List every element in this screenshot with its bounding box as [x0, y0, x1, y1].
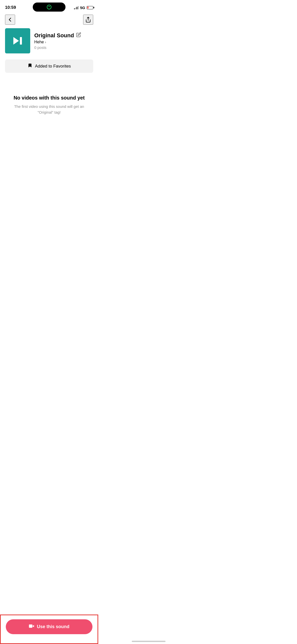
edit-icon[interactable]	[76, 32, 81, 39]
empty-state: No videos with this sound yet The first …	[0, 75, 98, 125]
signal-bars	[74, 6, 79, 9]
share-button[interactable]	[83, 15, 93, 25]
sound-title-row: Original Sound	[34, 32, 81, 39]
signal-bar-1	[74, 8, 75, 9]
battery	[87, 6, 93, 9]
svg-marker-3	[13, 37, 19, 45]
svg-rect-4	[20, 37, 22, 45]
bookmark-icon	[27, 63, 32, 69]
empty-state-subtitle: The first video using this sound will ge…	[10, 104, 88, 115]
signal-bar-2	[75, 8, 76, 9]
sound-header: Original Sound Hehe › 0 posts	[0, 26, 98, 57]
status-time: 10:59	[5, 5, 16, 10]
svg-point-1	[49, 6, 50, 7]
dynamic-island	[33, 3, 65, 12]
favorites-button[interactable]: Added to Favorites	[5, 59, 93, 73]
nav-bar	[0, 13, 98, 26]
svg-point-0	[47, 5, 51, 9]
sound-thumbnail	[5, 28, 30, 53]
signal-bar-3	[77, 7, 77, 9]
favorites-label: Added to Favorites	[35, 64, 71, 69]
back-button[interactable]	[5, 15, 15, 25]
sound-author[interactable]: Hehe ›	[34, 40, 81, 44]
network-label: 5G	[80, 6, 85, 10]
empty-state-title: No videos with this sound yet	[14, 95, 85, 101]
sound-info: Original Sound Hehe › 0 posts	[34, 32, 81, 50]
sound-posts: 0 posts	[34, 45, 81, 50]
sound-author-name: Hehe	[34, 40, 44, 44]
status-right: 5G	[74, 6, 93, 10]
skip-forward-icon	[11, 35, 24, 47]
battery-icon	[87, 6, 93, 9]
signal-bar-4	[78, 6, 79, 9]
chevron-right-icon: ›	[45, 40, 46, 44]
battery-fill	[87, 7, 88, 9]
sound-title: Original Sound	[34, 32, 74, 39]
